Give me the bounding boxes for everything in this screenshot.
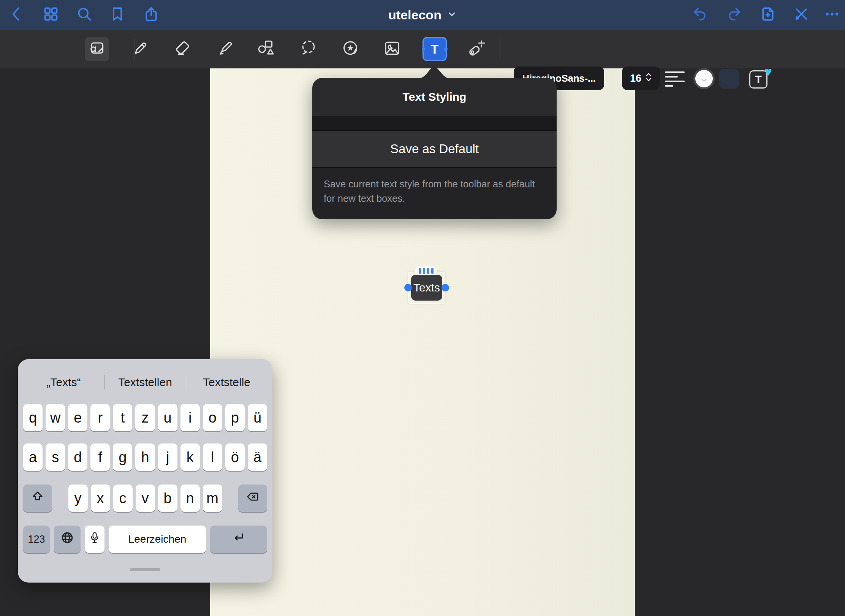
key-k[interactable]: k	[180, 443, 200, 471]
key-q[interactable]: q	[23, 404, 43, 431]
laser-pointer-icon	[467, 39, 486, 59]
lasso-tool[interactable]	[296, 37, 321, 61]
key-g[interactable]: g	[113, 443, 132, 471]
undo-button[interactable]	[688, 3, 712, 27]
sticker-star-icon	[341, 39, 360, 59]
backspace-icon	[246, 490, 259, 507]
resize-handle-right[interactable]	[441, 284, 449, 291]
drag-bar-icon	[419, 268, 421, 274]
text-tool-active[interactable]: T	[422, 37, 447, 61]
popover-description: Save current text style from the toolbar…	[312, 168, 557, 219]
shapes-tool[interactable]	[254, 37, 278, 61]
color-swatch-white	[695, 70, 713, 87]
key-p[interactable]: p	[225, 404, 245, 431]
keyboard-row-4: 123 Leerzeichen	[23, 526, 267, 553]
popover-arrow	[417, 65, 451, 79]
font-size-stepper[interactable]: 16	[622, 67, 660, 90]
key-f[interactable]: f	[90, 443, 110, 471]
suggestion-bar: „Texts“TextstellenTextstelle	[23, 366, 267, 399]
elements-tool[interactable]	[338, 37, 362, 61]
text-color-swatch[interactable]	[693, 68, 715, 89]
image-icon	[383, 39, 402, 59]
key-m[interactable]: m	[203, 485, 222, 512]
key-i[interactable]: i	[180, 404, 200, 431]
globe-key[interactable]	[54, 526, 81, 553]
drag-bar-icon	[423, 268, 425, 274]
text-align-button[interactable]	[665, 71, 685, 87]
key-c[interactable]: c	[113, 485, 133, 512]
redo-button[interactable]	[722, 3, 746, 27]
popover-divider-strip	[312, 116, 557, 130]
pen-tool[interactable]	[128, 37, 152, 61]
add-page-button[interactable]	[756, 3, 780, 27]
key-s[interactable]: s	[46, 443, 65, 471]
key-e[interactable]: e	[68, 404, 87, 431]
secondary-swatch[interactable]	[719, 69, 739, 89]
key-u[interactable]: u	[158, 404, 177, 431]
keyboard-row-3: yxcvbnm	[23, 485, 267, 512]
key-b[interactable]: b	[158, 485, 177, 512]
popover-title: Text Styling	[312, 78, 557, 116]
key-w[interactable]: w	[46, 404, 65, 431]
key-a[interactable]: a	[23, 443, 43, 471]
resize-handle-left[interactable]	[404, 284, 412, 291]
key-n[interactable]: n	[180, 485, 200, 512]
eraser-tool[interactable]	[170, 37, 195, 61]
return-icon	[232, 531, 245, 548]
highlighter-tool[interactable]	[213, 37, 237, 61]
app-window: utelecon	[0, 0, 845, 616]
shift-key[interactable]	[23, 485, 52, 512]
key-l[interactable]: l	[203, 443, 222, 471]
return-key[interactable]	[210, 526, 267, 553]
globe-icon	[61, 531, 74, 548]
highlighter-icon	[216, 39, 235, 59]
key-v[interactable]: v	[136, 485, 155, 512]
numbers-key[interactable]: 123	[23, 526, 50, 553]
selected-text-object[interactable]: Texts	[408, 272, 445, 304]
image-tool[interactable]	[380, 37, 404, 61]
laser-pointer-tool[interactable]	[465, 37, 489, 61]
writing-aid-tool[interactable]	[85, 37, 109, 61]
pen-cross-icon	[793, 6, 810, 24]
readonly-mode-button[interactable]	[789, 3, 813, 27]
suggestion-2[interactable]: Textstelle	[186, 376, 267, 389]
text-style-favorite-button[interactable]: T ♥	[748, 67, 771, 91]
more-options-button[interactable]	[820, 3, 844, 27]
suggestion-1[interactable]: Textstellen	[105, 376, 186, 389]
toolbar-divider-2	[500, 38, 500, 60]
lasso-icon	[299, 39, 318, 59]
key-d[interactable]: d	[68, 443, 87, 471]
redo-icon	[726, 6, 742, 24]
keyboard-row-3-letters: yxcvbnm	[68, 485, 222, 512]
text-box-content[interactable]: Texts	[411, 275, 442, 301]
key-t[interactable]: t	[113, 404, 132, 431]
save-as-default-button[interactable]: Save as Default	[312, 130, 557, 168]
key-o[interactable]: o	[203, 404, 222, 431]
editing-toolbar: T HiraginoSans-... 16 T	[0, 30, 845, 68]
key-y[interactable]: y	[68, 485, 88, 512]
key-ü[interactable]: ü	[248, 404, 267, 431]
key-j[interactable]: j	[158, 443, 177, 471]
keyboard-row-2: asdfghjklöä	[23, 443, 267, 471]
heart-icon: ♥	[764, 65, 772, 78]
key-z[interactable]: z	[135, 404, 155, 431]
space-key[interactable]: Leerzeichen	[109, 526, 206, 553]
backspace-key[interactable]	[238, 485, 267, 512]
chevron-down-icon	[447, 9, 457, 21]
dictation-key[interactable]	[85, 526, 104, 553]
keyboard-drag-handle[interactable]	[130, 568, 160, 571]
document-title-button[interactable]: utelecon	[0, 0, 845, 30]
shift-icon	[31, 490, 44, 507]
text-drag-handle[interactable]	[415, 266, 437, 276]
top-navigation-bar: utelecon	[0, 0, 845, 30]
suggestion-0[interactable]: „Texts“	[23, 376, 104, 389]
key-x[interactable]: x	[91, 485, 110, 512]
key-ä[interactable]: ä	[248, 443, 267, 471]
text-styling-popover: Text Styling Save as Default Save curren…	[312, 78, 557, 219]
key-r[interactable]: r	[90, 404, 110, 431]
microphone-icon	[89, 531, 100, 548]
key-h[interactable]: h	[135, 443, 155, 471]
pen-icon	[131, 39, 150, 59]
document-plus-icon	[760, 6, 776, 24]
key-ö[interactable]: ö	[225, 443, 245, 471]
